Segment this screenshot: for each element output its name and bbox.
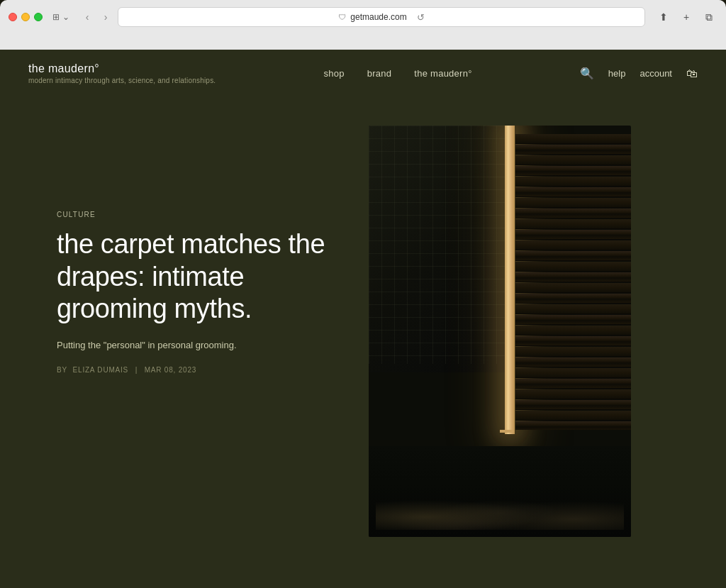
reload-icon[interactable]: ↺ (417, 12, 425, 23)
window-tile-icon[interactable]: ⊞ ⌄ (52, 12, 69, 22)
article-info: CULTURE the carpet matches the drapes: i… (57, 126, 326, 374)
website: the maudern° modern intimacy through art… (0, 50, 726, 588)
main-content: CULTURE the carpet matches the drapes: i… (0, 97, 726, 579)
nav-links: shop brand the maudern° (324, 68, 472, 79)
nav-account[interactable]: account (640, 68, 672, 79)
browser-actions: ⬆ + ⧉ (655, 9, 717, 26)
fullscreen-button[interactable] (34, 13, 43, 21)
browser-chrome: ⊞ ⌄ ‹ › 🛡 getmaude.com ↺ ⬆ + ⧉ (0, 0, 726, 50)
article-subtitle: Putting the "personal" in personal groom… (57, 338, 326, 353)
nav-buttons: ‹ › (79, 9, 113, 25)
article-date: MAR 08, 2023 (145, 366, 197, 374)
nav-link-shop[interactable]: shop (324, 68, 345, 79)
minimize-button[interactable] (21, 13, 30, 21)
shield-icon: 🛡 (338, 13, 346, 21)
nav-link-brand[interactable]: brand (367, 68, 392, 79)
tabs-button[interactable]: ⧉ (700, 9, 717, 26)
brand-name[interactable]: the maudern° (28, 62, 216, 75)
address-bar[interactable]: 🛡 getmaude.com ↺ (118, 7, 645, 27)
article-title[interactable]: the carpet matches the drapes: intimate … (57, 228, 326, 326)
brand-section: the maudern° modern intimacy through art… (28, 62, 216, 84)
forward-button[interactable]: › (98, 9, 113, 25)
article-category: CULTURE (57, 211, 326, 218)
traffic-lights (9, 13, 43, 21)
search-icon[interactable]: 🔍 (580, 67, 594, 80)
article-author: ELIZA DUMAIS (73, 366, 129, 374)
close-button[interactable] (9, 13, 17, 21)
url-text: getmaude.com (350, 12, 406, 22)
meta-separator: | (135, 366, 138, 374)
author-label: BY (57, 366, 67, 374)
article-meta: BY ELIZA DUMAIS | MAR 08, 2023 (57, 366, 326, 374)
nav-help[interactable]: help (608, 68, 626, 79)
nav-link-maudern[interactable]: the maudern° (414, 68, 471, 79)
nav-actions: 🔍 help account 🛍 (580, 67, 698, 80)
article-image[interactable] (369, 126, 631, 537)
new-tab-button[interactable]: + (678, 9, 695, 26)
share-button[interactable]: ⬆ (655, 9, 672, 26)
brand-tagline: modern intimacy through arts, science, a… (28, 77, 216, 84)
cart-icon[interactable]: 🛍 (686, 67, 698, 80)
navbar: the maudern° modern intimacy through art… (0, 50, 726, 97)
back-button[interactable]: ‹ (79, 9, 95, 25)
